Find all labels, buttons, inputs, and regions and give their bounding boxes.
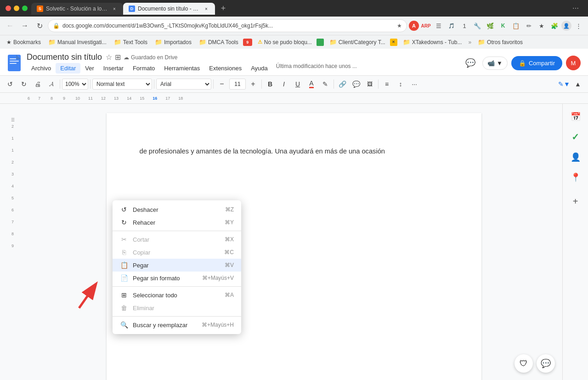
italic-button[interactable]: I xyxy=(277,78,290,91)
extension-icon-9[interactable]: ★ xyxy=(536,20,548,32)
doc-icon[interactable]: ⊞ xyxy=(115,53,121,62)
bookmark-bookmarks[interactable]: ★ Bookmarks xyxy=(4,38,44,47)
bookmark-manual[interactable]: 📁 Manual Investigati... xyxy=(45,37,109,47)
extension-icon-4[interactable]: 🔧 xyxy=(471,20,483,32)
docs-page-area[interactable]: de profesionales y amantes de la tecnolo… xyxy=(25,104,562,380)
doc-paragraph: de profesionales y amantes de la tecnolo… xyxy=(140,146,448,156)
bold-button[interactable]: B xyxy=(264,78,277,91)
menu-archivo[interactable]: Archivo xyxy=(27,63,56,74)
bookmark-otros[interactable]: 📁 Otros favoritos xyxy=(475,37,526,47)
address-bar[interactable]: 🔒 docs.google.com/document/d/1wB3Own5_-L… xyxy=(48,19,407,32)
navigation-bar: ← → ↻ 🔒 docs.google.com/document/d/1wB3O… xyxy=(0,17,588,35)
comment-inline-button[interactable]: 💬 xyxy=(350,78,362,91)
align-button[interactable]: ≡ xyxy=(380,78,393,91)
sidebar-add-button[interactable]: + xyxy=(567,193,584,210)
sidebar-maps-icon[interactable]: 📍 xyxy=(567,169,584,186)
chrome-profile[interactable]: 👤 xyxy=(561,21,571,31)
extension-icon-7[interactable]: 📋 xyxy=(510,20,522,32)
line-spacing-button[interactable]: ↕ xyxy=(394,78,407,91)
extension-icon-2[interactable]: 🎵 xyxy=(446,20,458,32)
menu-item-rehacer[interactable]: ↻ Rehacer ⌘Y xyxy=(113,216,241,229)
bookmark-x-icon: ✕ xyxy=(390,39,397,46)
menu-extensiones[interactable]: Extensiones xyxy=(204,63,246,74)
assistant-button[interactable]: 💬 xyxy=(537,354,555,373)
font-size-input[interactable] xyxy=(229,79,246,90)
link-button[interactable]: 🔗 xyxy=(336,78,349,91)
bookmark-otros-label: Otros favoritos xyxy=(487,39,523,45)
star-icon[interactable]: ☆ xyxy=(106,53,112,62)
bookmarks-label: Bookmarks xyxy=(13,39,41,45)
font-family-select[interactable]: Arial xyxy=(156,79,211,90)
extension-icon-3[interactable]: 1 xyxy=(458,20,470,32)
share-button[interactable]: 🔒 Compartir xyxy=(511,56,562,70)
extension-icon-1[interactable]: ☰ xyxy=(433,20,445,32)
forward-button[interactable]: → xyxy=(18,19,31,32)
font-size-decrease[interactable]: − xyxy=(215,78,228,91)
tab-2-close[interactable]: × xyxy=(203,6,209,12)
image-button[interactable]: 🖼 xyxy=(363,78,376,91)
new-tab-button[interactable]: + xyxy=(217,2,230,15)
tab-1-close[interactable]: × xyxy=(111,6,118,12)
refresh-button[interactable]: ↻ xyxy=(33,19,46,32)
menu-insertar[interactable]: Insertar xyxy=(99,63,128,74)
menu-item-pegar-label: Pegar xyxy=(133,262,220,269)
menu-item-buscar[interactable]: 🔍 Buscar y reemplazar ⌘+Mayús+H xyxy=(113,318,241,331)
menu-ayuda[interactable]: Ayuda xyxy=(246,63,272,74)
redo-button[interactable]: ↻ xyxy=(17,78,30,91)
menu-editar[interactable]: Editar xyxy=(56,63,80,74)
menu-ver[interactable]: Ver xyxy=(80,63,99,74)
menu-item-seleccionar-todo[interactable]: ⊞ Seleccionar todo ⌘A xyxy=(113,289,241,301)
text-color-button[interactable]: A xyxy=(305,78,318,91)
browser-tab-2[interactable]: D Documento sin título - Docum... × xyxy=(123,3,215,15)
more-btn[interactable]: ⋮ xyxy=(572,20,584,32)
docs-logo-svg xyxy=(8,55,21,71)
close-button[interactable] xyxy=(6,6,11,11)
extension-icon-5[interactable]: 🌿 xyxy=(484,20,496,32)
profile-icon[interactable]: A xyxy=(409,21,419,31)
bookmark-no-bloqueo[interactable]: ⚠ No se pudo bloqu... xyxy=(255,38,315,47)
bookmark-importados[interactable]: 📁 Importados xyxy=(152,37,194,47)
extensions-btn[interactable]: 🧩 xyxy=(548,20,560,32)
docs-body: ☰ 2 1 1 2 3 4 5 6 7 8 9 xyxy=(0,104,588,380)
comment-button[interactable]: 💬 xyxy=(462,55,479,71)
undo-icon: ↺ xyxy=(120,206,128,213)
docs-title-icons: ☆ ⊞ ☁ Guardado en Drive xyxy=(106,53,177,62)
style-select[interactable]: Normal text xyxy=(92,79,152,90)
sidebar-tasks-icon[interactable]: ✓ xyxy=(567,129,584,145)
extension-icon-8[interactable]: ✏ xyxy=(523,20,535,32)
extension-arp[interactable]: ARP xyxy=(420,20,432,32)
bookmark-xtakedowns[interactable]: 📁 XTakedowns - Tub... xyxy=(400,37,465,47)
sidebar-calendar-icon[interactable]: 📅 xyxy=(567,108,584,125)
menu-item-pegar[interactable]: 📋 Pegar ⌘V xyxy=(113,259,241,272)
undo-button[interactable]: ↺ xyxy=(4,78,17,91)
browser-tab-1[interactable]: S Solvetic - Solución a los proble... × xyxy=(31,3,123,15)
menu-item-pegar-sin-formato[interactable]: 📄 Pegar sin formato ⌘+Mayús+V xyxy=(113,272,241,284)
underline-button[interactable]: U xyxy=(291,78,304,91)
maximize-button[interactable] xyxy=(22,6,28,11)
highlight-button[interactable]: ✎ xyxy=(319,78,332,91)
last-modified[interactable]: Última modificación hace unos ... xyxy=(276,63,357,74)
collapse-toolbar-button[interactable]: ▲ xyxy=(571,78,584,91)
editing-mode-button[interactable]: ✎▼ xyxy=(558,78,571,91)
zoom-select[interactable]: 100% xyxy=(62,79,88,90)
minimize-button[interactable] xyxy=(14,6,19,11)
menu-item-deshacer[interactable]: ↺ Deshacer ⌘Z xyxy=(113,203,241,216)
sidebar-contacts-icon[interactable]: 👤 xyxy=(567,149,584,165)
bookmarks-more[interactable]: » xyxy=(468,39,471,45)
more-button[interactable]: ··· xyxy=(408,78,421,91)
bookmark-client[interactable]: 📁 Client/Category T... xyxy=(327,37,388,47)
bookmark-text-tools[interactable]: 📁 Text Tools xyxy=(111,37,150,47)
back-button[interactable]: ← xyxy=(4,19,17,32)
spell-check-button[interactable]: 🛡 xyxy=(514,354,533,373)
meet-button[interactable]: 📹 ▼ xyxy=(482,57,508,70)
font-size-increase[interactable]: + xyxy=(247,78,260,91)
user-avatar[interactable]: M xyxy=(566,56,581,70)
bookmark-dmca[interactable]: 📁 DMCA Tools xyxy=(196,37,241,47)
ruler-mark: 11 xyxy=(88,96,93,101)
print-button[interactable]: 🖨 xyxy=(31,78,44,91)
format-paint-button[interactable]: 𝓐 xyxy=(45,78,58,91)
extension-icon-6[interactable]: K xyxy=(497,20,509,32)
menu-herramientas[interactable]: Herramientas xyxy=(159,63,204,74)
menu-formato[interactable]: Formato xyxy=(128,63,159,74)
document-title[interactable]: Documento sin título xyxy=(27,52,102,62)
